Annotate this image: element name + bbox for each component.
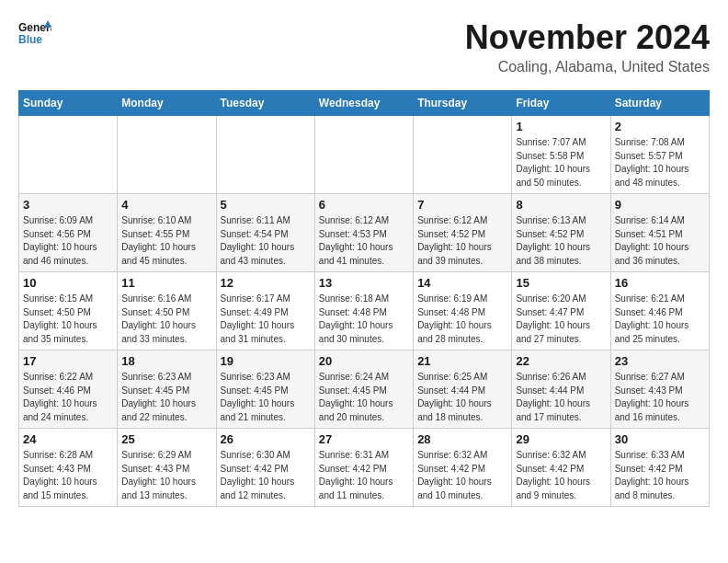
day-number: 25 — [121, 432, 211, 446]
calendar-cell — [216, 116, 314, 194]
svg-text:Blue: Blue — [18, 33, 42, 46]
day-number: 18 — [121, 354, 211, 368]
day-info: Sunrise: 6:15 AM Sunset: 4:50 PM Dayligh… — [23, 293, 113, 346]
day-number: 7 — [417, 198, 507, 212]
calendar-cell: 10Sunrise: 6:15 AM Sunset: 4:50 PM Dayli… — [19, 272, 118, 350]
header-monday: Monday — [118, 91, 216, 116]
day-number: 6 — [319, 198, 409, 212]
calendar-cell: 3Sunrise: 6:09 AM Sunset: 4:56 PM Daylig… — [19, 194, 118, 272]
calendar-week-5: 24Sunrise: 6:28 AM Sunset: 4:43 PM Dayli… — [19, 429, 710, 507]
day-number: 15 — [516, 276, 606, 290]
calendar-cell: 9Sunrise: 6:14 AM Sunset: 4:51 PM Daylig… — [610, 194, 709, 272]
day-info: Sunrise: 6:30 AM Sunset: 4:42 PM Dayligh… — [221, 449, 311, 502]
month-title: November 2024 — [465, 18, 710, 57]
day-number: 27 — [319, 432, 409, 446]
day-info: Sunrise: 7:07 AM Sunset: 5:58 PM Dayligh… — [516, 136, 606, 190]
day-info: Sunrise: 6:21 AM Sunset: 4:46 PM Dayligh… — [615, 293, 705, 346]
day-info: Sunrise: 6:19 AM Sunset: 4:48 PM Dayligh… — [417, 293, 507, 346]
calendar-cell: 8Sunrise: 6:13 AM Sunset: 4:52 PM Daylig… — [512, 194, 610, 272]
calendar-cell: 12Sunrise: 6:17 AM Sunset: 4:49 PM Dayli… — [216, 272, 314, 350]
calendar-cell — [414, 116, 512, 194]
calendar-header-row: SundayMondayTuesdayWednesdayThursdayFrid… — [19, 91, 710, 116]
day-number: 10 — [23, 276, 113, 290]
day-number: 14 — [417, 276, 507, 290]
calendar-cell: 5Sunrise: 6:11 AM Sunset: 4:54 PM Daylig… — [216, 194, 314, 272]
day-number: 29 — [516, 432, 606, 446]
calendar-cell: 2Sunrise: 7:08 AM Sunset: 5:57 PM Daylig… — [610, 116, 709, 194]
day-number: 23 — [615, 354, 705, 368]
calendar-cell: 22Sunrise: 6:26 AM Sunset: 4:44 PM Dayli… — [512, 350, 610, 429]
day-info: Sunrise: 6:27 AM Sunset: 4:43 PM Dayligh… — [615, 371, 705, 424]
day-info: Sunrise: 6:18 AM Sunset: 4:48 PM Dayligh… — [319, 293, 409, 346]
calendar-cell: 18Sunrise: 6:23 AM Sunset: 4:45 PM Dayli… — [118, 350, 216, 429]
day-info: Sunrise: 6:28 AM Sunset: 4:43 PM Dayligh… — [23, 449, 113, 502]
calendar-cell: 24Sunrise: 6:28 AM Sunset: 4:43 PM Dayli… — [19, 429, 118, 507]
day-info: Sunrise: 6:12 AM Sunset: 4:52 PM Dayligh… — [417, 214, 507, 268]
day-info: Sunrise: 6:24 AM Sunset: 4:45 PM Dayligh… — [319, 371, 409, 424]
title-section: November 2024 Coaling, Alabama, United S… — [465, 18, 710, 75]
calendar-cell: 29Sunrise: 6:32 AM Sunset: 4:42 PM Dayli… — [512, 429, 610, 507]
calendar-cell: 16Sunrise: 6:21 AM Sunset: 4:46 PM Dayli… — [610, 272, 709, 350]
header-friday: Friday — [512, 91, 610, 116]
day-info: Sunrise: 6:11 AM Sunset: 4:54 PM Dayligh… — [221, 214, 311, 268]
calendar-cell: 19Sunrise: 6:23 AM Sunset: 4:45 PM Dayli… — [216, 350, 314, 429]
day-number: 12 — [221, 276, 311, 290]
day-number: 9 — [615, 198, 705, 212]
calendar-cell: 27Sunrise: 6:31 AM Sunset: 4:42 PM Dayli… — [314, 429, 413, 507]
day-info: Sunrise: 6:25 AM Sunset: 4:44 PM Dayligh… — [417, 371, 507, 424]
day-number: 5 — [221, 198, 311, 212]
calendar-week-3: 10Sunrise: 6:15 AM Sunset: 4:50 PM Dayli… — [19, 272, 710, 350]
day-info: Sunrise: 6:31 AM Sunset: 4:42 PM Dayligh… — [319, 449, 409, 502]
calendar-cell: 4Sunrise: 6:10 AM Sunset: 4:55 PM Daylig… — [118, 194, 216, 272]
calendar-cell: 20Sunrise: 6:24 AM Sunset: 4:45 PM Dayli… — [314, 350, 413, 429]
day-number: 4 — [121, 198, 211, 212]
header-thursday: Thursday — [414, 91, 512, 116]
calendar-week-1: 1Sunrise: 7:07 AM Sunset: 5:58 PM Daylig… — [19, 116, 710, 194]
day-number: 11 — [121, 276, 211, 290]
calendar-cell — [118, 116, 216, 194]
calendar-cell: 6Sunrise: 6:12 AM Sunset: 4:53 PM Daylig… — [314, 194, 413, 272]
day-info: Sunrise: 6:26 AM Sunset: 4:44 PM Dayligh… — [516, 371, 606, 424]
day-info: Sunrise: 6:16 AM Sunset: 4:50 PM Dayligh… — [121, 293, 211, 346]
header-tuesday: Tuesday — [216, 91, 314, 116]
day-info: Sunrise: 6:32 AM Sunset: 4:42 PM Dayligh… — [417, 449, 507, 502]
day-info: Sunrise: 6:22 AM Sunset: 4:46 PM Dayligh… — [23, 371, 113, 424]
calendar-cell: 30Sunrise: 6:33 AM Sunset: 4:42 PM Dayli… — [610, 429, 709, 507]
day-number: 13 — [319, 276, 409, 290]
day-info: Sunrise: 6:33 AM Sunset: 4:42 PM Dayligh… — [615, 449, 705, 502]
calendar-cell: 26Sunrise: 6:30 AM Sunset: 4:42 PM Dayli… — [216, 429, 314, 507]
page-header: General Blue November 2024 Coaling, Alab… — [18, 18, 710, 75]
day-number: 17 — [23, 354, 113, 368]
day-info: Sunrise: 6:14 AM Sunset: 4:51 PM Dayligh… — [615, 214, 705, 268]
calendar-cell: 17Sunrise: 6:22 AM Sunset: 4:46 PM Dayli… — [19, 350, 118, 429]
calendar-cell: 13Sunrise: 6:18 AM Sunset: 4:48 PM Dayli… — [314, 272, 413, 350]
day-info: Sunrise: 6:09 AM Sunset: 4:56 PM Dayligh… — [23, 214, 113, 268]
day-info: Sunrise: 6:12 AM Sunset: 4:53 PM Dayligh… — [319, 214, 409, 268]
calendar-cell: 28Sunrise: 6:32 AM Sunset: 4:42 PM Dayli… — [414, 429, 512, 507]
calendar-cell: 7Sunrise: 6:12 AM Sunset: 4:52 PM Daylig… — [414, 194, 512, 272]
day-info: Sunrise: 6:23 AM Sunset: 4:45 PM Dayligh… — [221, 371, 311, 424]
header-wednesday: Wednesday — [314, 91, 413, 116]
day-number: 28 — [417, 432, 507, 446]
calendar-cell: 14Sunrise: 6:19 AM Sunset: 4:48 PM Dayli… — [414, 272, 512, 350]
calendar-cell — [314, 116, 413, 194]
day-info: Sunrise: 7:08 AM Sunset: 5:57 PM Dayligh… — [615, 136, 705, 190]
calendar-cell — [19, 116, 118, 194]
location-subtitle: Coaling, Alabama, United States — [465, 59, 710, 75]
logo: General Blue — [18, 18, 51, 46]
calendar-cell: 21Sunrise: 6:25 AM Sunset: 4:44 PM Dayli… — [414, 350, 512, 429]
day-info: Sunrise: 6:23 AM Sunset: 4:45 PM Dayligh… — [121, 371, 211, 424]
day-number: 19 — [221, 354, 311, 368]
day-number: 8 — [516, 198, 606, 212]
day-number: 20 — [319, 354, 409, 368]
day-number: 30 — [615, 432, 705, 446]
day-number: 26 — [221, 432, 311, 446]
calendar-cell: 25Sunrise: 6:29 AM Sunset: 4:43 PM Dayli… — [118, 429, 216, 507]
day-info: Sunrise: 6:10 AM Sunset: 4:55 PM Dayligh… — [121, 214, 211, 268]
header-saturday: Saturday — [610, 91, 709, 116]
calendar-table: SundayMondayTuesdayWednesdayThursdayFrid… — [18, 90, 710, 507]
logo-icon: General Blue — [18, 18, 51, 46]
day-number: 2 — [615, 120, 705, 133]
header-sunday: Sunday — [19, 91, 118, 116]
calendar-cell: 23Sunrise: 6:27 AM Sunset: 4:43 PM Dayli… — [610, 350, 709, 429]
